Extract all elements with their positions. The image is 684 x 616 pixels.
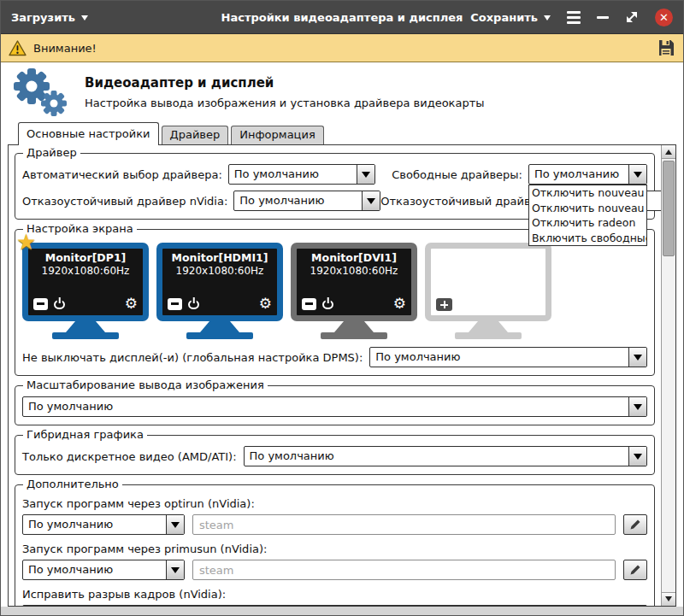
- scrollbar-thumb[interactable]: [663, 161, 675, 256]
- selected-value: По умолчанию: [23, 560, 166, 579]
- tab-main-settings[interactable]: Основные настройки: [18, 122, 159, 145]
- screen-group: Настройка экрана ★ Monitor[DP1] 1920x108…: [15, 229, 655, 376]
- failsafe-nvidia-label: Отказоустойчивый драйвер nVidia:: [22, 195, 227, 208]
- dpms-select[interactable]: По умолчанию: [369, 347, 647, 367]
- load-button-label: Загрузить: [11, 11, 75, 24]
- power-icon[interactable]: [54, 298, 65, 309]
- monitor-resolution: 1920x1080:60Hz: [168, 265, 272, 277]
- vertical-scrollbar[interactable]: [661, 145, 675, 606]
- selected-value: По умолчанию: [529, 165, 628, 184]
- add-monitor-button[interactable]: [436, 298, 452, 311]
- monitor-name: Monitor[DP1]: [33, 251, 138, 264]
- monitor-stand-base: [321, 332, 387, 339]
- scroll-up-button[interactable]: [662, 145, 675, 159]
- primusrun-select[interactable]: По умолчанию: [22, 560, 185, 580]
- monitor-card-dp1[interactable]: ★ Monitor[DP1] 1920x1080:60Hz ⚙: [22, 243, 149, 339]
- maximize-button[interactable]: [625, 10, 639, 24]
- scaling-group-legend: Масштабирование вывода изображения: [23, 378, 268, 391]
- disable-monitor-button[interactable]: [302, 298, 316, 310]
- gears-app-icon: [9, 66, 71, 119]
- extra-group-legend: Дополнительно: [23, 478, 122, 490]
- free-drivers-dropdown-list: Отключить nouveau и Отключить nouveau От…: [528, 185, 647, 246]
- save-button[interactable]: Сохранить: [470, 11, 551, 24]
- monitor-name: Monitor[DVI1]: [302, 251, 406, 264]
- window-bottom-edge: [1, 607, 683, 615]
- close-button[interactable]: ✕: [655, 9, 673, 26]
- chevron-down-icon: [628, 165, 646, 184]
- selected-value: По умолчанию: [370, 348, 628, 367]
- selected-value: По умолчанию: [23, 397, 628, 416]
- optirun-label: Запуск программ через optirun (nVidia):: [22, 497, 647, 510]
- scroll-content: Драйвер Автоматический выбор драйвера: П…: [9, 145, 661, 606]
- failsafe-nvidia-select[interactable]: По умолчанию: [233, 191, 380, 211]
- disable-monitor-button[interactable]: [33, 298, 48, 310]
- monitor-card-empty[interactable]: [425, 243, 551, 339]
- monitor-stand-base: [455, 332, 522, 339]
- selected-value: По умолчанию: [229, 165, 357, 184]
- disable-monitor-button[interactable]: [168, 298, 182, 310]
- monitor-settings-gear-icon[interactable]: ⚙: [125, 296, 138, 311]
- power-icon[interactable]: [188, 298, 199, 309]
- free-drivers-select[interactable]: По умолчанию: [528, 164, 647, 185]
- scaling-group: Масштабирование вывода изображения По ум…: [15, 385, 655, 425]
- floppy-disk-icon: [657, 38, 675, 57]
- load-button[interactable]: Загрузить: [11, 11, 88, 24]
- discrete-video-select[interactable]: По умолчанию: [244, 446, 647, 466]
- pencil-icon: [629, 564, 641, 576]
- selected-value: По умолчанию: [245, 447, 628, 466]
- dropdown-option[interactable]: Отключить radeon: [529, 215, 646, 231]
- chevron-down-icon: [628, 348, 646, 367]
- optirun-select[interactable]: По умолчанию: [22, 514, 185, 535]
- warning-bar: Внимание!: [1, 33, 683, 62]
- monitor-stand: [469, 321, 508, 332]
- scroll-down-button[interactable]: [662, 592, 675, 606]
- monitor-resolution: 1920x1080:60Hz: [302, 265, 406, 277]
- primusrun-command-input[interactable]: [192, 560, 616, 580]
- selected-value: По умолчанию: [23, 515, 166, 534]
- page-subtitle: Настройка вывода изображения и установка…: [85, 97, 485, 109]
- driver-group-legend: Драйвер: [23, 146, 80, 159]
- monitor-stand-base: [52, 332, 119, 339]
- monitor-stand: [200, 321, 239, 332]
- save-button-label: Сохранить: [470, 11, 538, 24]
- tearing-fix-select[interactable]: По умолчанию: [22, 605, 647, 606]
- chevron-down-icon: [81, 15, 88, 24]
- auto-driver-label: Автоматический выбор драйвера:: [22, 168, 222, 181]
- chevron-down-icon: [544, 15, 551, 24]
- tab-bar: Основные настройки Драйвер Информация: [1, 122, 683, 144]
- chevron-down-icon: [628, 447, 646, 466]
- titlebar: Настройки видеоадаптера и дисплея Загруз…: [1, 1, 683, 33]
- hybrid-graphics-group: Гибридная графика Только дискретное виде…: [15, 435, 655, 475]
- tab-driver[interactable]: Драйвер: [162, 126, 229, 144]
- selected-value: По умолчанию: [234, 191, 362, 210]
- monitor-card-dvi1[interactable]: Monitor[DVI1] 1920x1080:60Hz ⚙: [291, 243, 417, 339]
- arrow-up-icon: [665, 146, 672, 155]
- chevron-down-icon: [166, 515, 184, 534]
- screen-group-legend: Настройка экрана: [23, 222, 137, 235]
- warning-triangle-icon: [9, 40, 27, 56]
- optirun-command-input[interactable]: [192, 514, 616, 535]
- hamburger-menu-icon[interactable]: [567, 11, 581, 24]
- dpms-label: Не выключать дисплей(-и) (глобальная нас…: [22, 351, 363, 364]
- auto-driver-select[interactable]: По умолчанию: [228, 164, 375, 185]
- scrollbar-track[interactable]: [662, 159, 675, 592]
- power-icon[interactable]: [322, 298, 333, 309]
- monitor-settings-gear-icon[interactable]: ⚙: [259, 296, 272, 311]
- monitor-settings-gear-icon[interactable]: ⚙: [393, 296, 406, 311]
- dropdown-option[interactable]: Включить свободные: [529, 231, 646, 246]
- minimize-button[interactable]: [597, 16, 609, 19]
- monitor-card-hdmi1[interactable]: Monitor[HDMI1] 1920x1080:60Hz ⚙: [156, 243, 283, 339]
- warning-text: Внимание!: [33, 42, 97, 55]
- tab-information[interactable]: Информация: [231, 126, 323, 144]
- free-drivers-label: Свободные драйверы:: [392, 168, 522, 181]
- chevron-down-icon: [357, 165, 374, 184]
- primusrun-label: Запуск программ через primusun (nVidia):: [22, 543, 647, 555]
- optirun-edit-button[interactable]: [623, 514, 647, 535]
- dropdown-option[interactable]: Отключить nouveau и: [529, 185, 646, 201]
- scaling-select[interactable]: По умолчанию: [22, 396, 647, 417]
- primusrun-edit-button[interactable]: [623, 560, 647, 580]
- page-title: Видеоадаптер и дисплей: [85, 75, 485, 91]
- tearing-fix-label: Исправить разрыв кадров (nVidia):: [22, 588, 647, 601]
- dropdown-option[interactable]: Отключить nouveau: [529, 201, 646, 216]
- save-file-button[interactable]: [657, 38, 675, 57]
